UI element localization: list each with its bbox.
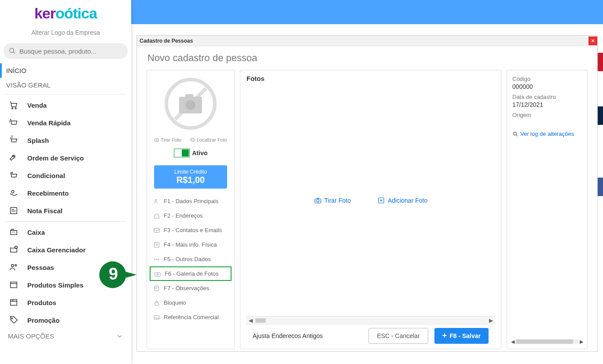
nav-ordem-servico[interactable]: Ordem de Serviço bbox=[0, 149, 131, 167]
tab-f6-galeria[interactable]: F6 - Galeria de Fotos bbox=[150, 266, 232, 281]
svg-rect-16 bbox=[185, 94, 193, 98]
window-cadastro-pessoas: Cadastro de Pessoas ✕ Novo cadastro de p… bbox=[136, 35, 598, 352]
box-simple-icon bbox=[8, 279, 19, 291]
nav-more-options[interactable]: MAIS OPÇÕES bbox=[0, 329, 131, 343]
svg-rect-29 bbox=[155, 302, 158, 305]
localizar-foto-small[interactable]: Localizar Foto bbox=[190, 137, 227, 142]
nav-venda[interactable]: Venda bbox=[0, 96, 131, 114]
svg-rect-17 bbox=[154, 139, 158, 142]
svg-rect-22 bbox=[154, 242, 159, 247]
ver-log-link[interactable]: Ver log de alterações bbox=[512, 131, 582, 137]
svg-point-23 bbox=[154, 259, 155, 260]
svg-rect-10 bbox=[11, 300, 17, 306]
cart-icon bbox=[8, 99, 19, 111]
scroll-right-icon[interactable]: ▶ bbox=[578, 339, 585, 345]
divider bbox=[5, 221, 126, 222]
tab-f1-dados[interactable]: F1 - Dados Principais bbox=[150, 194, 232, 208]
tirar-foto-action[interactable]: Tirar Foto bbox=[314, 197, 351, 204]
tab-bloqueio[interactable]: Bloqueio bbox=[150, 295, 232, 310]
register-icon bbox=[8, 226, 19, 238]
codigo-label: Código bbox=[512, 76, 582, 82]
codigo-value: 000000 bbox=[512, 83, 582, 90]
tab-referencia[interactable]: Referência Comercial bbox=[150, 310, 232, 324]
scroll-right-icon[interactable]: ▶ bbox=[487, 317, 495, 324]
nav-caixa[interactable]: Caixa bbox=[0, 223, 131, 241]
register-manage-icon bbox=[8, 244, 19, 255]
svg-point-18 bbox=[156, 139, 157, 141]
nav-venda-rapida[interactable]: Venda Rápida bbox=[0, 114, 131, 131]
search-box[interactable] bbox=[4, 43, 128, 59]
nav-promocao[interactable]: Promoção bbox=[0, 311, 131, 329]
tab-f2-enderecos[interactable]: F2 - Endereços bbox=[150, 208, 232, 223]
scroll-thumb[interactable] bbox=[516, 339, 573, 344]
tirar-foto-small[interactable]: Tirar Foto bbox=[154, 137, 181, 142]
center-panel: Fotos Tirar Foto Adicionar Foto ◀ ▶ Ajus… bbox=[240, 70, 501, 349]
nav-condicional[interactable]: Condicional bbox=[0, 167, 131, 184]
svg-point-1 bbox=[15, 108, 16, 109]
page-title: Novo cadastro de pessoa bbox=[137, 46, 597, 70]
nav-section-inicio[interactable]: INÍCIO bbox=[0, 63, 131, 78]
tag-icon bbox=[8, 314, 19, 326]
box-icon bbox=[8, 297, 19, 308]
change-logo-link[interactable]: Alterar Logo da Empresa bbox=[0, 26, 131, 43]
nav-recebimento[interactable]: Recebimento bbox=[0, 184, 131, 202]
nav-produtos[interactable]: Produtos bbox=[0, 294, 131, 311]
invoice-icon bbox=[8, 205, 19, 216]
tab-f4-info-fisica[interactable]: F4 - Mais info. Física bbox=[150, 237, 232, 252]
background-artifact bbox=[598, 53, 603, 317]
camera-icon bbox=[314, 197, 322, 204]
scroll-thumb[interactable] bbox=[255, 318, 266, 323]
svg-point-32 bbox=[316, 200, 319, 202]
tab-f5-outros[interactable]: F5 - Outros Dados bbox=[150, 252, 232, 266]
photo-placeholder bbox=[153, 73, 228, 135]
svg-point-15 bbox=[186, 100, 195, 110]
window-titlebar: Cadastro de Pessoas ✕ bbox=[137, 36, 597, 46]
svg-point-8 bbox=[15, 265, 17, 266]
svg-text:$: $ bbox=[11, 135, 13, 138]
divider bbox=[5, 94, 126, 95]
ajusta-enderecos-link[interactable]: Ajusta Enderecos Antigos bbox=[253, 332, 323, 339]
svg-point-25 bbox=[158, 259, 159, 260]
top-bar bbox=[131, 0, 603, 24]
adicionar-foto-action[interactable]: Adicionar Foto bbox=[377, 197, 427, 204]
tab-f3-contatos[interactable]: F3 - Contatos e Emails bbox=[150, 223, 232, 237]
fast-cart-icon bbox=[8, 117, 19, 128]
people-icon bbox=[8, 262, 19, 273]
nav-caixa-gerenciador[interactable]: Caixa Gerenciador bbox=[0, 241, 131, 258]
cancel-button[interactable]: ESC - Cancelar bbox=[368, 328, 428, 344]
sidebar: keroótica Alterar Logo da Empresa INÍCIO… bbox=[0, 0, 131, 364]
horizontal-scrollbar[interactable]: ◀ ▶ bbox=[246, 316, 495, 324]
hand-money-icon bbox=[8, 187, 19, 199]
ativo-label: Ativo bbox=[192, 149, 208, 157]
window-close-button[interactable]: ✕ bbox=[588, 36, 597, 45]
svg-rect-4 bbox=[11, 230, 17, 234]
svg-rect-28 bbox=[154, 286, 158, 291]
search-input[interactable] bbox=[19, 47, 122, 55]
tab-f7-observacoes[interactable]: F7 - Observações bbox=[150, 281, 232, 295]
svg-point-34 bbox=[513, 132, 516, 135]
nav-nota-fiscal[interactable]: Nota Fiscal bbox=[0, 202, 131, 219]
credit-limit-box[interactable]: Limite Crédito R$1,00 bbox=[154, 165, 227, 189]
fotos-heading: Fotos bbox=[246, 75, 495, 82]
nav-splash[interactable]: $Splash bbox=[0, 131, 131, 149]
search-icon bbox=[9, 47, 16, 55]
nav-section-visao[interactable]: VISÃO GERAL bbox=[0, 78, 131, 92]
brand-logo: keroótica bbox=[0, 0, 131, 26]
plus-square-icon bbox=[377, 197, 385, 204]
svg-rect-26 bbox=[155, 272, 160, 276]
chevron-down-icon bbox=[116, 333, 123, 340]
dollar-cart-icon: $ bbox=[8, 135, 19, 146]
svg-point-7 bbox=[11, 265, 14, 267]
svg-rect-9 bbox=[11, 282, 17, 288]
mini-scrollbar[interactable]: ◀ ▶ bbox=[510, 338, 585, 345]
save-button[interactable]: +F8 - Salvar bbox=[434, 328, 489, 344]
svg-point-0 bbox=[12, 108, 13, 109]
logo-accent: o bbox=[55, 5, 64, 22]
svg-rect-3 bbox=[11, 207, 17, 214]
data-cadastro-label: Data de cadastro bbox=[512, 94, 582, 100]
info-panel: Código 000000 Data de cadastro 17/12/202… bbox=[507, 70, 588, 349]
scroll-left-icon[interactable]: ◀ bbox=[510, 339, 516, 345]
svg-point-24 bbox=[156, 259, 157, 260]
scroll-left-icon[interactable]: ◀ bbox=[246, 317, 254, 324]
ativo-toggle[interactable] bbox=[174, 149, 190, 157]
